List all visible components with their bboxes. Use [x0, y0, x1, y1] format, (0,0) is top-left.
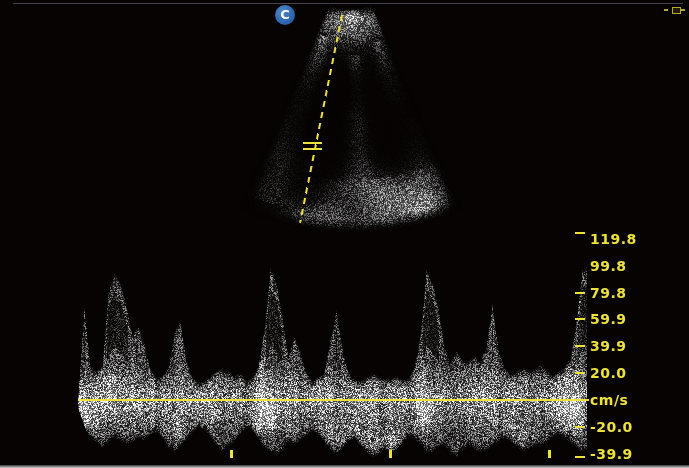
- velocity-scale-label: 39.9: [590, 338, 627, 354]
- velocity-scale-label: -20.0: [590, 419, 633, 435]
- depth-scale-markers: [664, 7, 688, 15]
- sample-gate-marker[interactable]: [303, 142, 322, 150]
- ultrasound-screen: C 119.899.879.859.939.920.0cm/s-20.0-39.…: [0, 0, 689, 468]
- velocity-scale-label: 99.8: [590, 258, 627, 274]
- velocity-scale-unit-label: cm/s: [590, 392, 628, 408]
- velocity-scale-tick: [575, 232, 585, 234]
- echo-2d-display[interactable]: [210, 0, 490, 240]
- velocity-scale-label: 119.8: [590, 231, 637, 247]
- velocity-scale-tick: [575, 318, 585, 320]
- velocity-scale-tick: [575, 426, 585, 428]
- velocity-scale-label: 79.8: [590, 285, 627, 301]
- sweep-time-tick: [548, 450, 551, 458]
- velocity-scale-tick: [575, 345, 585, 347]
- depth-marker-dash: [681, 9, 685, 11]
- velocity-scale-tick: [575, 292, 585, 294]
- doppler-baseline-line[interactable]: [78, 399, 589, 401]
- velocity-scale-tick: [575, 456, 585, 458]
- sample-gate-bar: [303, 148, 322, 150]
- caliper-badge[interactable]: C: [275, 5, 295, 25]
- caliper-badge-label: C: [280, 7, 290, 22]
- depth-marker-box: [672, 7, 681, 14]
- sample-gate-bar: [303, 142, 322, 144]
- velocity-scale-tick: [562, 399, 588, 401]
- spectral-doppler-display: [0, 233, 689, 468]
- velocity-scale-label: 20.0: [590, 365, 627, 381]
- sweep-time-tick: [230, 450, 233, 458]
- velocity-scale-label: -39.9: [590, 446, 633, 462]
- depth-marker-dash: [664, 9, 668, 11]
- velocity-scale-tick: [575, 372, 585, 374]
- sweep-time-tick: [389, 450, 392, 458]
- velocity-scale-label: 59.9: [590, 311, 627, 327]
